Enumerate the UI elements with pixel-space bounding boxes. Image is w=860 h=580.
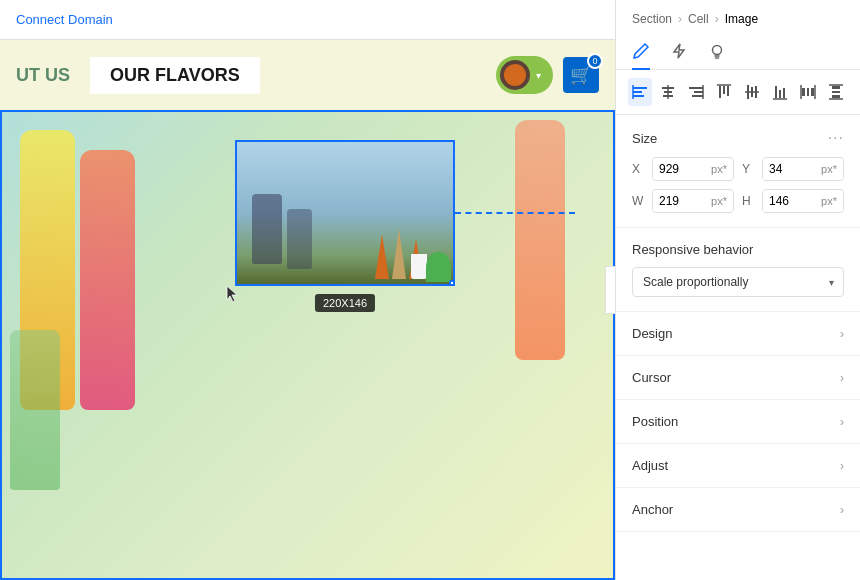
align-middle-v-button[interactable] xyxy=(740,78,764,106)
h-input-wrap: px* xyxy=(762,189,844,213)
responsive-select-wrap: Scale proportionally Keep width and heig… xyxy=(632,267,844,297)
distribute-h-button[interactable] xyxy=(796,78,820,106)
panel-tabs xyxy=(616,26,860,70)
size-tooltip: 220X146 xyxy=(315,294,375,312)
align-bottom-button[interactable] xyxy=(768,78,792,106)
nav-about-text: UT US xyxy=(16,65,70,86)
design-label: Design xyxy=(632,326,672,341)
collapse-panel-button[interactable]: › xyxy=(605,266,615,314)
size-section-header: Size ··· xyxy=(632,129,844,147)
cone-image-bg xyxy=(237,142,453,284)
canvas-panel: Connect Domain UT US OUR FLAVORS ▾ 🛒 0 xyxy=(0,0,615,580)
breadcrumb: Section › Cell › Image xyxy=(616,0,860,26)
y-unit: px* xyxy=(821,159,843,179)
svg-rect-10 xyxy=(694,91,703,93)
canvas-image xyxy=(235,140,455,286)
cart-badge: 0 xyxy=(587,53,603,69)
tab-lightning[interactable] xyxy=(670,34,688,70)
position-label: Position xyxy=(632,414,678,429)
svg-rect-22 xyxy=(779,90,781,98)
design-arrow-icon: › xyxy=(840,327,844,341)
svg-rect-26 xyxy=(807,88,809,96)
responsive-header: Responsive behavior xyxy=(632,242,844,257)
canvas-nav: UT US OUR FLAVORS ▾ 🛒 0 xyxy=(0,40,615,110)
svg-rect-11 xyxy=(692,95,703,97)
avatar xyxy=(500,60,530,90)
svg-rect-25 xyxy=(802,88,805,96)
breadcrumb-image[interactable]: Image xyxy=(725,12,758,26)
cursor-label: Cursor xyxy=(632,370,671,385)
avatar-button[interactable]: ▾ xyxy=(496,56,553,94)
responsive-section: Responsive behavior Scale proportionally… xyxy=(616,228,860,312)
tab-design[interactable] xyxy=(632,34,650,70)
y-input[interactable] xyxy=(763,158,821,180)
figure-1 xyxy=(252,194,282,264)
popsicle-red xyxy=(80,150,135,410)
nav-right: ▾ 🛒 0 xyxy=(496,56,599,94)
canvas-area: UT US OUR FLAVORS ▾ 🛒 0 xyxy=(0,40,615,580)
avatar-face xyxy=(504,64,526,86)
svg-rect-32 xyxy=(832,95,840,98)
x-label: X xyxy=(632,162,644,176)
anchor-menu-item[interactable]: Anchor › xyxy=(616,488,860,532)
w-input[interactable] xyxy=(653,190,711,212)
size-row-wh: W px* H px* xyxy=(632,189,844,213)
y-label: Y xyxy=(742,162,754,176)
right-panel: Section › Cell › Image xyxy=(615,0,860,580)
responsive-title: Responsive behavior xyxy=(632,242,753,257)
x-input[interactable] xyxy=(653,158,711,180)
breadcrumb-sep-2: › xyxy=(715,12,719,26)
svg-rect-23 xyxy=(783,88,785,98)
size-section-title: Size xyxy=(632,131,657,146)
breadcrumb-cell[interactable]: Cell xyxy=(688,12,709,26)
size-section-more[interactable]: ··· xyxy=(828,129,844,147)
resize-handle[interactable] xyxy=(449,280,455,286)
design-menu-item[interactable]: Design › xyxy=(616,312,860,356)
position-menu-item[interactable]: Position › xyxy=(616,400,860,444)
align-left-button[interactable] xyxy=(628,78,652,106)
plant xyxy=(426,252,451,282)
distribute-v-button[interactable] xyxy=(824,78,848,106)
dashed-connection-line xyxy=(455,212,575,214)
h-unit: px* xyxy=(821,191,843,211)
h-input[interactable] xyxy=(763,190,821,212)
align-top-button[interactable] xyxy=(712,78,736,106)
responsive-select[interactable]: Scale proportionally Keep width and heig… xyxy=(632,267,844,297)
position-arrow-icon: › xyxy=(840,415,844,429)
svg-rect-21 xyxy=(775,86,777,98)
cursor-menu-item[interactable]: Cursor › xyxy=(616,356,860,400)
cup-1 xyxy=(411,254,427,279)
breadcrumb-section[interactable]: Section xyxy=(632,12,672,26)
cart-icon: 🛒 xyxy=(570,64,592,86)
w-unit: px* xyxy=(711,191,733,211)
connect-domain-link[interactable]: Connect Domain xyxy=(16,12,113,27)
popsicle-green xyxy=(10,330,60,490)
anchor-label: Anchor xyxy=(632,502,673,517)
cone-2 xyxy=(392,229,406,279)
w-label: W xyxy=(632,194,644,208)
align-center-h-button[interactable] xyxy=(656,78,680,106)
svg-rect-30 xyxy=(832,86,840,89)
size-section: Size ··· X px* Y px* W xyxy=(616,115,860,228)
tab-lightbulb[interactable] xyxy=(708,34,726,70)
adjust-arrow-icon: › xyxy=(840,459,844,473)
canvas-image-container[interactable]: 220X146 xyxy=(235,140,455,286)
cursor-icon xyxy=(223,284,243,304)
svg-rect-1 xyxy=(633,87,647,89)
alignment-toolbar xyxy=(616,70,860,115)
x-unit: px* xyxy=(711,159,733,179)
align-right-button[interactable] xyxy=(684,78,708,106)
svg-rect-2 xyxy=(633,91,642,93)
svg-rect-31 xyxy=(832,91,840,93)
cone-1 xyxy=(375,234,389,279)
cart-button[interactable]: 🛒 0 xyxy=(563,57,599,93)
w-input-wrap: px* xyxy=(652,189,734,213)
nav-flavors-text: OUR FLAVORS xyxy=(90,57,260,94)
adjust-menu-item[interactable]: Adjust › xyxy=(616,444,860,488)
anchor-arrow-icon: › xyxy=(840,503,844,517)
y-input-wrap: px* xyxy=(762,157,844,181)
h-label: H xyxy=(742,194,754,208)
adjust-label: Adjust xyxy=(632,458,668,473)
figure-2 xyxy=(287,209,312,269)
svg-rect-15 xyxy=(727,86,729,96)
